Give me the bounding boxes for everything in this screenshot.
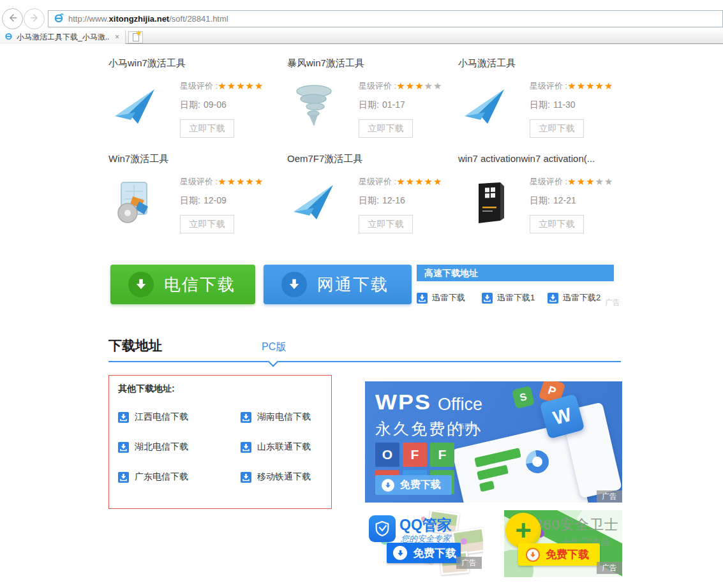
- software-title[interactable]: Oem7F7激活工具: [287, 153, 457, 165]
- download-section-title: 下载地址: [108, 337, 162, 355]
- software-card[interactable]: Oem7F7激活工具 星级评价 : ★★★★★ 日期:12-16 立即下载: [287, 153, 457, 249]
- software-title[interactable]: Win7激活工具: [108, 153, 278, 165]
- download-now-button[interactable]: 立即下载: [180, 119, 234, 138]
- mirror-link[interactable]: 广东电信下载: [118, 471, 188, 483]
- date-row: 日期:12-21: [530, 195, 613, 207]
- stars-active: ★★★★★: [567, 80, 613, 92]
- paper-plane-icon: [111, 83, 160, 131]
- mirror-link[interactable]: 山东联通下载: [241, 441, 311, 453]
- rating-row: 星级评价 : ★★★ ★★: [530, 176, 613, 187]
- forward-button[interactable]: [24, 8, 45, 29]
- stars-inactive: ★★: [595, 176, 614, 187]
- decor-dot: [461, 538, 467, 545]
- ad-label: 广告: [597, 562, 622, 574]
- new-tab-page-icon: [133, 33, 139, 41]
- download-square-icon: [241, 472, 251, 483]
- rating-row: 星级评价 : ★★★★★: [530, 80, 613, 92]
- rating-row: 星级评价 : ★★★★★: [359, 176, 442, 187]
- safe360-free-download-button[interactable]: 免费下载: [518, 543, 600, 566]
- thunder-download-link-2[interactable]: 迅雷下载2: [548, 292, 600, 304]
- download-square-icon: [241, 412, 251, 423]
- windows-disc-icon: [111, 179, 160, 227]
- iso-tile-s: S: [512, 386, 535, 409]
- rating-row: 星级评价 : ★★★★★: [180, 176, 264, 187]
- software-card[interactable]: 小马激活工具 星级评价 : ★★★★★ 日期:11-30 立即下载: [458, 57, 628, 153]
- back-button[interactable]: [2, 8, 23, 29]
- highspeed-header: 高速下载地址: [417, 265, 614, 281]
- mirror-link[interactable]: 湖北电信下载: [118, 441, 188, 453]
- thunder-download-link-1[interactable]: 迅雷下载1: [482, 292, 535, 304]
- tab-xiaoma[interactable]: 小马激活工具下载_小马激... ×: [0, 30, 126, 44]
- download-square-icon: [118, 412, 129, 423]
- safe360-brand: 360安全卫士: [535, 515, 619, 534]
- software-title[interactable]: win7 activationwin7 activation(...: [458, 153, 628, 164]
- download-now-button[interactable]: 立即下载: [180, 215, 234, 233]
- download-now-button[interactable]: 立即下载: [530, 215, 584, 233]
- forward-arrow-icon: [29, 12, 40, 26]
- safe360-ad[interactable]: 360安全卫士 十年'卫'生活 + 免费下载 广告: [504, 510, 622, 577]
- ad-label: 广告: [605, 297, 620, 308]
- download-square-icon: [548, 293, 558, 304]
- download-now-button[interactable]: 立即下载: [359, 119, 413, 138]
- tile-o: O: [375, 443, 399, 467]
- tab-title: 小马激活工具下载_小马激...: [17, 32, 110, 43]
- wps-free-download-button[interactable]: 免费下载: [375, 475, 452, 495]
- thunder-download-link[interactable]: 迅雷下载: [417, 292, 465, 304]
- date-row: 日期:09-06: [180, 99, 264, 111]
- address-bar[interactable]: http://www.xitongzhijia.net/soft/28841.h…: [48, 10, 723, 27]
- ie-icon: [54, 13, 64, 26]
- tile-f: F: [403, 443, 427, 467]
- rating-row: 星级评价 : ★★★★★: [180, 80, 264, 92]
- download-square-icon: [417, 293, 428, 304]
- download-square-icon: [118, 472, 129, 483]
- stars-inactive: ★★: [424, 80, 443, 92]
- stars-active: ★★★: [567, 176, 595, 187]
- download-arrow-icon: [281, 272, 307, 297]
- section-divider: [108, 361, 621, 362]
- paper-plane-icon: [290, 179, 338, 227]
- date-row: 日期:01-17: [359, 99, 442, 111]
- mirror-link[interactable]: 江西电信下载: [118, 411, 188, 423]
- stars-active: ★★★★★: [218, 176, 264, 187]
- rating-row: 星级评价 : ★★★ ★★: [359, 80, 442, 92]
- tab-pc-version[interactable]: PC版: [262, 341, 286, 354]
- download-square-icon: [482, 293, 493, 304]
- other-downloads-box: 其他下载地址: 江西电信下载 湖南电信下载 湖北电信下载 山东联通下载 广东电信…: [108, 375, 332, 509]
- qq-free-download-button[interactable]: 免费下载: [387, 543, 461, 563]
- ad-label: 广告: [597, 490, 622, 503]
- mirror-link[interactable]: 移动铁通下载: [241, 471, 311, 483]
- qq-guardian-ad[interactable]: QQ管家 您的安全专家 免费下载 广告: [365, 510, 483, 577]
- download-now-button[interactable]: 立即下载: [530, 119, 584, 138]
- software-card[interactable]: 小马win7激活工具 星级评价 : ★★★★★ 日期:09-06 立即下载: [108, 57, 278, 153]
- back-arrow-icon: [7, 12, 19, 26]
- mirror-link[interactable]: 湖南电信下载: [241, 411, 311, 423]
- ad-label: 广告: [456, 557, 482, 569]
- download-now-button[interactable]: 立即下载: [359, 215, 413, 233]
- stars-active: ★★★: [396, 80, 424, 92]
- ie-tab-icon: [4, 31, 13, 43]
- qq-brand: QQ管家: [399, 515, 452, 535]
- date-row: 日期:12-09: [180, 195, 264, 207]
- tornado-icon: [290, 83, 338, 131]
- qq-shield-icon: [369, 515, 396, 542]
- software-card[interactable]: win7 activationwin7 activation(... 星级评价 …: [458, 153, 628, 249]
- download-circle-icon: [526, 548, 540, 562]
- download-arrow-icon: [128, 272, 154, 297]
- tile-f2: F: [430, 443, 454, 467]
- software-card[interactable]: Win7激活工具 星级评价 : ★★★★★ 日期:12-09 立即下载: [108, 153, 278, 249]
- software-title[interactable]: 小马win7激活工具: [108, 57, 278, 70]
- stars-active: ★★★★★: [396, 176, 442, 187]
- tab-notch: [268, 356, 279, 367]
- tab-close-icon[interactable]: ×: [114, 33, 121, 41]
- software-title[interactable]: 小马激活工具: [458, 57, 628, 70]
- wps-ad-banner[interactable]: S P W 新图表 新对象 WPSOffice 永久免费的办 O F F i C…: [365, 381, 622, 503]
- telecom-download-button[interactable]: 电信下载: [110, 265, 255, 304]
- software-title[interactable]: 暴风win7激活工具: [287, 57, 457, 70]
- download-square-icon: [241, 442, 251, 453]
- download-circle-icon: [382, 479, 394, 492]
- new-tab-button[interactable]: [128, 31, 143, 43]
- netcom-download-button[interactable]: 网通下载: [264, 265, 412, 304]
- software-card[interactable]: 暴风win7激活工具 星级评价 : ★★★ ★★ 日期:01-17 立即下载: [287, 57, 457, 153]
- stars-active: ★★★★★: [218, 80, 264, 92]
- other-downloads-title: 其他下载地址:: [118, 383, 175, 395]
